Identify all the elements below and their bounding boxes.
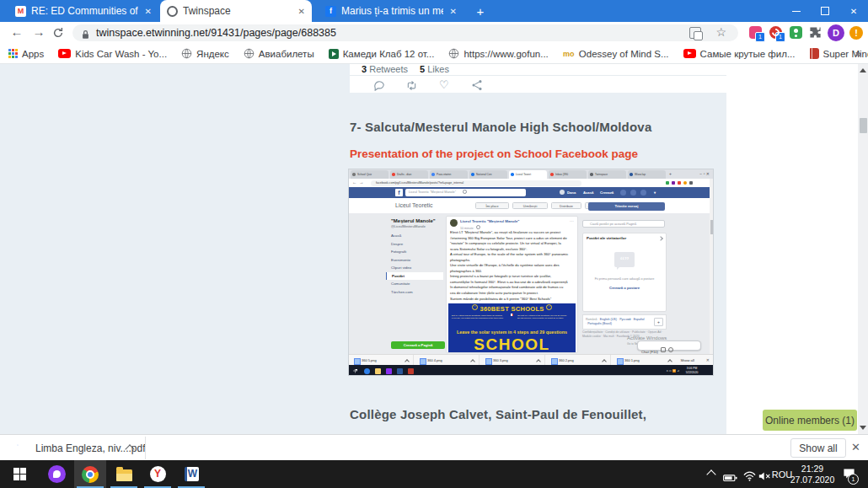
embed-fb-icon	[640, 190, 646, 196]
magnifier-icon	[463, 190, 467, 194]
embed-share-button: Distribuie	[551, 202, 581, 209]
bookmark-item[interactable]: moOdessey of Mind S...	[563, 49, 669, 59]
embed-create-post-link: Creează o postare	[583, 286, 666, 290]
scroll-up-arrow[interactable]	[860, 68, 866, 72]
scrollbar-thumb[interactable]	[860, 118, 867, 133]
embed-tab: Drafts - dian	[390, 170, 428, 179]
share-icon[interactable]	[471, 79, 483, 94]
embed-chat-chip: Chat (F10)	[637, 341, 701, 351]
retweet-icon[interactable]	[405, 79, 418, 94]
online-members-badge[interactable]: Online members (1)	[763, 410, 857, 431]
taskbar-clock[interactable]: 21:29 27.07.2020	[789, 460, 836, 488]
bookmark-item[interactable]: Камеди Клаб 12 от...	[329, 49, 435, 59]
chevron-up-icon	[602, 359, 607, 364]
explorer-taskbar-button[interactable]	[108, 460, 140, 488]
like-icon[interactable]: ♡	[439, 79, 449, 90]
bookmark-item[interactable]: Авиабилеты	[244, 48, 314, 59]
favicon	[352, 173, 356, 176]
embed-scrollbar-thumb	[710, 220, 714, 234]
globe-icon	[448, 48, 459, 59]
gmail-icon: M	[15, 6, 26, 17]
likes-stat[interactable]: 5 Likes	[420, 64, 449, 74]
bookmark-item[interactable]: https://www.gofun...	[448, 48, 548, 59]
favicon	[630, 173, 633, 176]
lock-icon	[81, 28, 90, 43]
volume-muted-icon[interactable]	[758, 469, 771, 485]
bookmark-item[interactable]: Kids Car Wash - Yo...	[58, 49, 167, 59]
embed-tab: Inbox (390	[549, 170, 587, 179]
facebook-icon: f	[325, 6, 336, 17]
chevron-right-icon	[658, 236, 663, 241]
wifi-icon[interactable]	[743, 469, 756, 485]
new-tab-button[interactable]: +	[472, 3, 489, 20]
tweet-widget: 3 Retweets 5 Likes ♡	[350, 64, 726, 93]
french-flag-icon	[510, 314, 513, 316]
bookmark-item[interactable]: Яндекс	[181, 48, 229, 59]
extension-icon[interactable]: 1	[749, 26, 762, 39]
favicon	[471, 173, 474, 176]
classroom-extension-icon[interactable]	[790, 26, 802, 39]
embed-tab: School Quiz	[351, 170, 388, 179]
extensions-puzzle-icon[interactable]	[809, 26, 822, 42]
section-heading-college: Collège Joseph Calvet, Saint-Paul de Fen…	[350, 407, 646, 421]
scrollbar[interactable]	[858, 64, 868, 434]
embed-tab: Wizoclap	[628, 170, 666, 179]
yandex-taskbar-button[interactable]: Y	[142, 460, 174, 488]
word-taskbar-button[interactable]: W	[175, 460, 207, 488]
embed-menu-item: Acasă	[386, 232, 443, 239]
tab-twinspace[interactable]: Twinspace ✕	[160, 0, 312, 22]
embedded-screenshot[interactable]: School Quiz Drafts - dian Poza etwinn Na…	[348, 169, 714, 376]
banner-big-text: SCHOOL	[448, 335, 576, 352]
back-button[interactable]: ←	[8, 24, 25, 39]
embed-menu-item: Comunitate	[386, 280, 443, 287]
facebook-presentation-link[interactable]: Presentation of the project on School Fa…	[350, 147, 638, 160]
embed-fb-caret: ▾	[654, 190, 656, 195]
close-icon[interactable]: ✕	[448, 7, 457, 16]
chevron-up-icon	[405, 359, 410, 364]
maximize-button[interactable]	[811, 0, 839, 22]
tv-icon	[329, 49, 339, 59]
embed-banner-image: ‹ 360BEST SCHOOLS › Exit in 4 steps and …	[448, 303, 576, 352]
update-warning-icon[interactable]: !	[849, 26, 863, 40]
reply-icon[interactable]	[373, 79, 385, 94]
tab-facebook[interactable]: f Marius ți-a trimis un mesaj ✕	[319, 0, 463, 22]
chrome-taskbar-button[interactable]	[74, 460, 106, 488]
bookmarks-overflow-icon[interactable]: »	[855, 47, 861, 60]
retweets-stat[interactable]: 3 Retweets	[362, 64, 408, 74]
bookmark-star-icon[interactable]: ☆	[715, 25, 726, 39]
alice-icon	[48, 465, 66, 483]
reload-button[interactable]	[52, 27, 64, 42]
embed-app-icon	[397, 368, 403, 374]
embed-app-icon	[408, 368, 414, 374]
battery-icon[interactable]	[723, 470, 737, 485]
tray-expand-chevron[interactable]	[706, 469, 715, 479]
minimize-button[interactable]	[782, 0, 811, 22]
embed-fb-home: Acasă	[583, 190, 593, 195]
close-icon[interactable]: ✕	[143, 7, 152, 16]
embed-sidebar-handle: @LiceulMesterulManole	[391, 225, 426, 228]
address-bar[interactable]: twinspace.etwinning.net/91431/pages/page…	[72, 24, 738, 41]
bookmark-item[interactable]: Самые крутые фил...	[683, 49, 796, 59]
translate-icon[interactable]	[689, 27, 701, 39]
embed-message-button: Trimite mesaj	[588, 202, 665, 211]
close-icon[interactable]: ✕	[297, 7, 305, 16]
show-all-button[interactable]: Show all	[790, 438, 846, 458]
image-file-icon	[617, 358, 624, 365]
favicon	[590, 173, 593, 176]
embed-tab: Poza etwinn	[430, 170, 468, 179]
start-button[interactable]	[0, 460, 39, 488]
close-icon[interactable]: ✕	[851, 441, 860, 453]
odyssey-icon: mo	[563, 49, 575, 59]
image-file-icon	[354, 358, 361, 365]
action-center-icon[interactable]: 1	[843, 468, 855, 483]
close-window-button[interactable]: ✕	[839, 0, 868, 22]
apps-button[interactable]: Apps	[8, 49, 44, 59]
favicon	[392, 173, 395, 176]
folder-icon	[116, 469, 132, 481]
forward-button[interactable]: →	[30, 24, 47, 39]
alice-button[interactable]	[40, 460, 72, 488]
extension-icon[interactable]: 1	[769, 26, 782, 39]
tab-gmail[interactable]: M RE: ED Communities of Practice ✕	[8, 0, 158, 22]
profile-avatar[interactable]: D	[828, 24, 844, 41]
scroll-down-arrow[interactable]	[860, 426, 866, 430]
